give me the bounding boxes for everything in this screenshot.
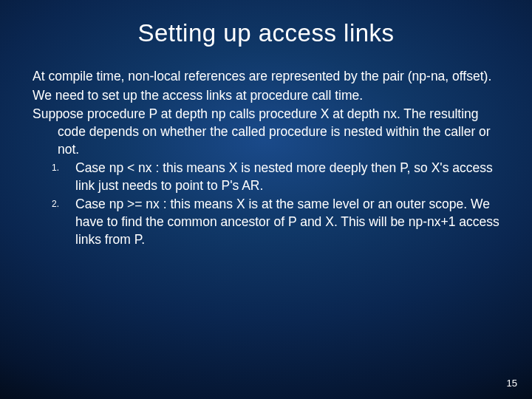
slide-title: Setting up access links	[0, 0, 532, 61]
paragraph: Suppose procedure P at depth np calls pr…	[33, 106, 499, 158]
numbered-list: Case np < nx : this means X is nested mo…	[33, 160, 499, 248]
slide-body: At compile time, non-local references ar…	[0, 61, 532, 248]
paragraph: At compile time, non-local references ar…	[33, 68, 499, 86]
page-number: 15	[507, 378, 517, 389]
list-item: Case np < nx : this means X is nested mo…	[58, 160, 499, 194]
list-item: Case np >= nx : this means X is at the s…	[58, 196, 499, 248]
paragraph: We need to set up the access links at pr…	[33, 87, 499, 105]
slide: Setting up access links At compile time,…	[0, 0, 532, 399]
